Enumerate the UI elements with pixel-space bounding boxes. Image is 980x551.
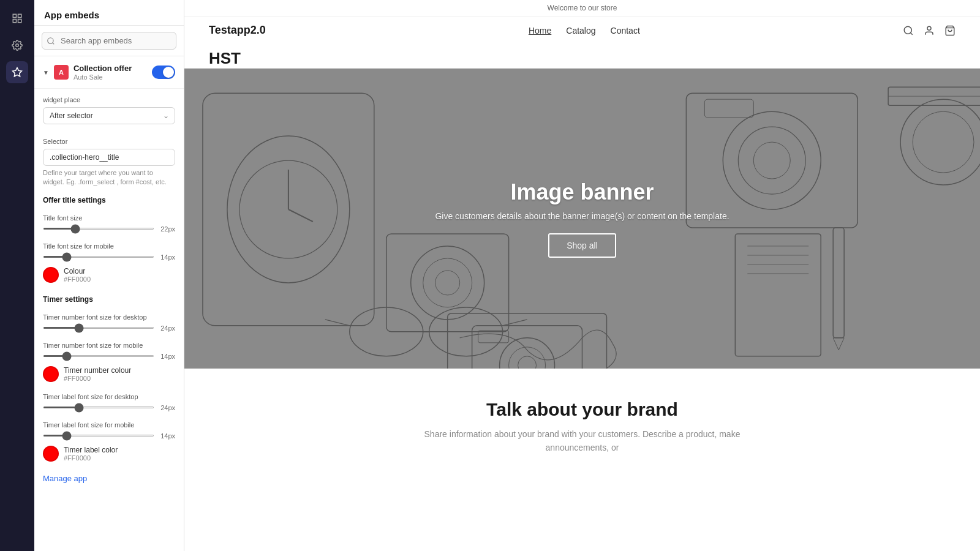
timer-label-mobile-slider[interactable] xyxy=(43,435,154,437)
title-mobile-size-row: 14px xyxy=(43,253,175,261)
title-mobile-size-value: 14px xyxy=(158,253,175,261)
title-font-size-row: 22px xyxy=(43,225,175,233)
image-banner: Image banner Give customers details abou… xyxy=(184,69,980,369)
svg-line-9 xyxy=(910,32,912,34)
collection-header: ▼ A Collection offer Auto Sale xyxy=(43,64,175,81)
svg-line-16 xyxy=(288,209,313,222)
selector-hint: Define your target where you want to wid… xyxy=(43,168,175,187)
timer-desktop-size-value: 24px xyxy=(158,324,175,332)
title-font-size-slider[interactable] xyxy=(43,228,154,230)
search-store-icon[interactable] xyxy=(903,25,914,36)
svg-point-8 xyxy=(904,26,911,34)
nav-grid-icon[interactable] xyxy=(6,7,28,29)
app-icon: A xyxy=(54,65,69,80)
timer-label-desktop-row: 24px xyxy=(43,404,175,411)
brand-subtitle: Share information about your brand with … xyxy=(399,427,766,455)
timer-label-desktop-label: Timer label font size for desktop xyxy=(43,393,175,400)
banner-text: Image banner Give customers details abou… xyxy=(435,179,729,258)
selector-input[interactable] xyxy=(43,149,175,166)
account-icon[interactable] xyxy=(924,25,935,36)
svg-point-41 xyxy=(913,111,974,173)
title-font-size-value: 22px xyxy=(158,225,175,233)
banner-title: Image banner xyxy=(435,179,729,205)
svg-rect-25 xyxy=(704,99,753,118)
preview-scroll[interactable]: Image banner Give customers details abou… xyxy=(184,69,980,551)
svg-point-46 xyxy=(518,356,537,369)
svg-marker-39 xyxy=(833,338,844,350)
colour-label: Colour xyxy=(64,267,91,276)
collection-name: Collection offer xyxy=(74,64,132,73)
welcome-bar: Welcome to our store xyxy=(184,0,980,17)
timer-label-desktop-group: Timer label font size for desktop xyxy=(34,386,184,400)
search-input[interactable] xyxy=(42,32,176,50)
widget-place-label: widget place xyxy=(43,96,175,103)
colour-swatch[interactable] xyxy=(43,267,59,283)
svg-rect-0 xyxy=(13,14,16,17)
nav-home[interactable]: Home xyxy=(529,26,551,36)
preview-area: Welcome to our store Testapp2.0 Home Cat… xyxy=(184,0,980,551)
collection-title-row: ▼ A Collection offer Auto Sale xyxy=(43,64,132,81)
colour-row: Colour #FF0000 xyxy=(34,263,184,287)
nav-apps-icon[interactable] xyxy=(6,61,28,83)
sidebar: App embeds ▼ A Collection offer Auto Sal… xyxy=(34,0,184,551)
widget-place-select[interactable]: After selector Before selector Prepend A… xyxy=(43,107,175,124)
timer-label-color-labels: Timer label color #FF0000 xyxy=(64,446,118,462)
collection-item: ▼ A Collection offer Auto Sale xyxy=(34,56,184,89)
timer-label-color-swatch[interactable] xyxy=(43,446,59,462)
shop-all-button[interactable]: Shop all xyxy=(548,233,616,258)
brand-title: Talk about your brand xyxy=(209,399,956,420)
timer-label-mobile-row: 14px xyxy=(43,432,175,440)
svg-rect-1 xyxy=(18,14,21,17)
timer-label-mobile-group: Timer label font size for mobile xyxy=(34,414,184,429)
timer-label-mobile-label: Timer label font size for mobile xyxy=(43,421,175,429)
timer-label-color-label: Timer label color xyxy=(64,446,118,454)
timer-label-desktop-slider[interactable] xyxy=(43,407,154,408)
timer-desktop-size-slider[interactable] xyxy=(43,327,154,329)
nav-contact[interactable]: Contact xyxy=(611,26,640,36)
timer-desktop-size-label: Timer number font size for desktop xyxy=(43,313,175,321)
timer-label-color-hex: #FF0000 xyxy=(64,454,118,462)
timer-number-colour-label: Timer number colour xyxy=(64,366,131,375)
timer-number-colour-swatch[interactable] xyxy=(43,366,59,382)
manage-link-area: Manage app xyxy=(34,465,184,491)
widget-place-group: widget place After selector Before selec… xyxy=(34,89,184,124)
svg-line-32 xyxy=(503,320,527,326)
timer-label-color-row: Timer label color #FF0000 xyxy=(34,442,184,465)
svg-rect-33 xyxy=(735,234,821,356)
collection-sub: Auto Sale xyxy=(74,73,132,81)
timer-mobile-size-slider[interactable] xyxy=(43,355,154,357)
timer-number-colour-labels: Timer number colour #FF0000 xyxy=(64,366,131,382)
svg-point-23 xyxy=(738,127,805,194)
store-actions xyxy=(903,25,956,36)
svg-point-20 xyxy=(435,271,460,295)
title-font-size-label: Title font size xyxy=(43,214,175,222)
selector-group: Selector Define your target where you wa… xyxy=(34,130,184,187)
page-title: HST xyxy=(184,44,980,68)
sidebar-content: ▼ A Collection offer Auto Sale widget pl… xyxy=(34,56,184,551)
timer-mobile-size-group: Timer number font size for mobile xyxy=(34,334,184,349)
svg-point-4 xyxy=(16,44,19,47)
timer-settings-section: Timer settings xyxy=(34,287,184,306)
sidebar-title: App embeds xyxy=(34,0,184,26)
banner-subtitle: Give customers details about the banner … xyxy=(435,211,729,221)
brand-section: Talk about your brand Share information … xyxy=(184,369,980,467)
collapse-arrow[interactable]: ▼ xyxy=(43,69,49,76)
svg-marker-5 xyxy=(13,68,22,77)
timer-label-mobile-value: 14px xyxy=(158,432,175,440)
colour-hex: #FF0000 xyxy=(64,276,91,283)
enable-toggle[interactable] xyxy=(152,66,175,79)
timer-mobile-size-row: 14px xyxy=(43,353,175,360)
cart-icon[interactable] xyxy=(944,25,956,36)
manage-app-link[interactable]: Manage app xyxy=(43,474,87,483)
search-area xyxy=(34,26,184,56)
title-font-size-group: Title font size xyxy=(34,207,184,222)
timer-desktop-size-group: Timer number font size for desktop xyxy=(34,306,184,321)
title-mobile-size-slider[interactable] xyxy=(43,256,154,258)
nav-catalog[interactable]: Catalog xyxy=(566,26,595,36)
timer-mobile-size-label: Timer number font size for mobile xyxy=(43,342,175,349)
svg-rect-42 xyxy=(448,313,607,369)
store-header: Welcome to our store Testapp2.0 Home Cat… xyxy=(184,0,980,69)
title-mobile-size-label: Title font size for mobile xyxy=(43,242,175,250)
timer-number-colour-hex: #FF0000 xyxy=(64,375,131,382)
nav-settings-icon[interactable] xyxy=(6,34,28,56)
